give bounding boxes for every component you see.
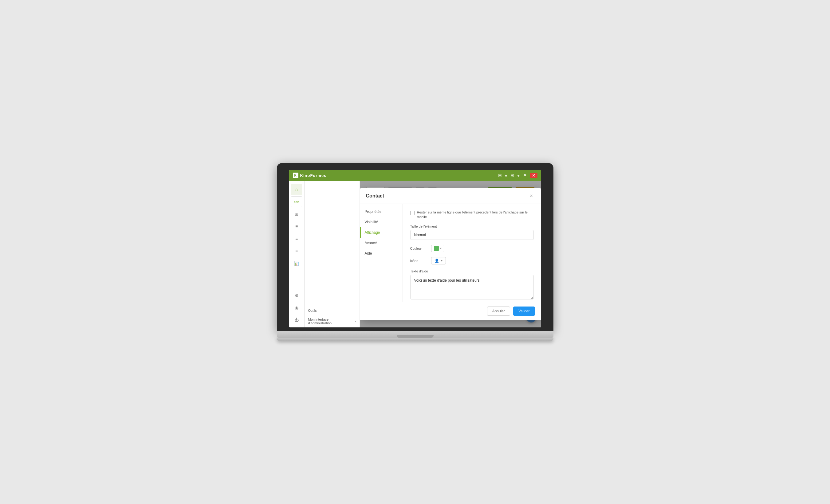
mobile-line-label: Rester sur la même ligne que l'élément p… <box>417 210 534 220</box>
color-dropdown-arrow-icon: ▾ <box>440 247 442 250</box>
modal-title: Contact <box>366 193 384 199</box>
icon-sidebar: ⌂ con ⊞ ≡ ≡ ≡ 📊 ⚙ ◉ ⏻ <box>289 181 305 327</box>
selected-icon: 👤 <box>435 259 439 263</box>
screen-left-nav: Outils Mon interfaced'administration › <box>305 181 360 327</box>
main-area: ⌂ con ⊞ ≡ ≡ ≡ 📊 ⚙ ◉ ⏻ <box>289 181 541 327</box>
sidebar-gear-icon[interactable]: ⚙ <box>291 290 302 301</box>
sidebar-chart-icon[interactable]: 📊 <box>291 258 302 269</box>
laptop-bottom <box>277 338 553 341</box>
help-text-label: Texte d'aide <box>410 269 534 273</box>
topbar-flag-icon[interactable]: ⚑ <box>523 173 527 178</box>
laptop-notch <box>397 335 434 338</box>
modal-footer: Annuler Valider <box>360 302 541 320</box>
help-text-input[interactable]: Voici un texte d'aide pour les utilisate… <box>410 275 534 299</box>
icon-picker-button[interactable]: 👤 ▾ <box>431 257 446 264</box>
topbar-grid-icon[interactable]: ⊞ <box>510 173 514 178</box>
modal-nav-proprietes[interactable]: Propriétés <box>360 206 403 217</box>
content-panel: ⧉ Copier 🗑 Supprimer ▲ <box>360 181 541 327</box>
modal-body: Propriétés Visibilité Affichage <box>360 204 541 302</box>
mobile-line-checkbox-row: Rester sur la même ligne que l'élément p… <box>410 210 534 220</box>
nav-admin-chevron-icon: › <box>355 320 356 323</box>
topbar: K KinoFormes ⊞ ● ⊞ ● ⚑ ✕ <box>289 170 541 181</box>
mobile-line-checkbox[interactable] <box>410 211 415 215</box>
modal-header: Contact × <box>360 188 541 204</box>
size-label: Taille de l'élément <box>410 225 534 228</box>
sidebar-pages-icon[interactable]: ⊞ <box>291 208 302 220</box>
left-nav-items <box>305 181 359 306</box>
logo-icon: K <box>293 173 298 178</box>
color-swatch-button[interactable]: ▾ <box>431 245 444 252</box>
cancel-button[interactable]: Annuler <box>487 306 510 316</box>
modal-nav-visibilite[interactable]: Visibilité <box>360 217 403 227</box>
help-text-form-group: Texte d'aide Voici un texte d'aide pour … <box>410 269 534 299</box>
contact-modal: Contact × Propriétés <box>360 188 541 320</box>
nav-admin-label: Mon interfaced'administration <box>308 317 332 325</box>
icon-row: Icône 👤 ▾ <box>410 257 534 264</box>
icon-dropdown-arrow-icon: ▾ <box>441 259 443 262</box>
nav-outils-label: Outils <box>308 309 317 312</box>
size-input[interactable] <box>410 230 534 240</box>
color-label: Couleur <box>410 247 429 250</box>
sidebar-code-icon[interactable]: con <box>291 196 302 207</box>
color-swatch <box>434 246 439 251</box>
topbar-dot-icon[interactable]: ● <box>505 173 507 178</box>
color-row: Couleur ▾ <box>410 245 534 252</box>
sidebar-list1-icon[interactable]: ≡ <box>291 233 302 244</box>
sidebar-list2-icon[interactable]: ≡ <box>291 245 302 257</box>
icon-label: Icône <box>410 259 429 263</box>
modal-nav-avance[interactable]: Avancé <box>360 238 403 248</box>
sidebar-home-icon[interactable]: ⌂ <box>291 184 302 195</box>
modal-overlay: Contact × Propriétés <box>360 181 541 327</box>
modal-nav-affichage[interactable]: Affichage <box>360 227 403 238</box>
nav-outils[interactable]: Outils <box>305 306 359 315</box>
modal-nav: Propriétés Visibilité Affichage <box>360 204 403 302</box>
modal-content: Rester sur la même ligne que l'élément p… <box>403 204 541 302</box>
logo-text: KinoFormes <box>300 173 327 178</box>
topbar-close-icon[interactable]: ✕ <box>530 173 538 178</box>
confirm-button[interactable]: Valider <box>513 306 535 316</box>
topbar-right: ⊞ ● ⊞ ● ⚑ ✕ <box>498 173 538 178</box>
modal-close-button[interactable]: × <box>528 193 535 199</box>
topbar-screen-icon[interactable]: ⊞ <box>498 173 502 178</box>
size-form-group: Taille de l'élément <box>410 225 534 240</box>
sidebar-menu-icon[interactable]: ≡ <box>291 221 302 232</box>
modal-nav-aide[interactable]: Aide <box>360 248 403 259</box>
nav-admin[interactable]: Mon interfaced'administration › <box>305 315 359 327</box>
sidebar-power-icon[interactable]: ⏻ <box>291 314 302 326</box>
app-logo: K KinoFormes <box>293 173 327 178</box>
sidebar-user2-icon[interactable]: ◉ <box>291 302 302 313</box>
topbar-user-icon[interactable]: ● <box>517 173 520 178</box>
